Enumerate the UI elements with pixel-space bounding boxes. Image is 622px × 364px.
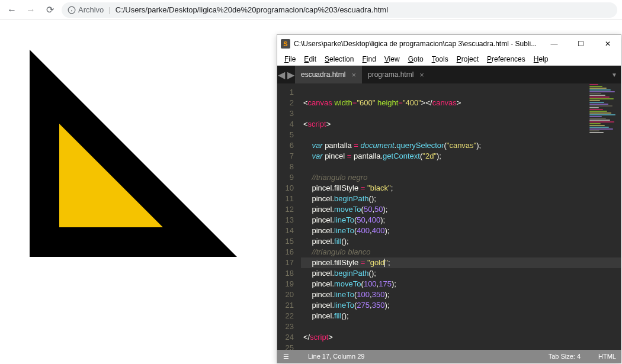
code-line-8[interactable]	[301, 162, 621, 172]
tab-overflow-icon[interactable]: ▼	[611, 66, 617, 83]
code-line-13[interactable]: pincel.lineTo(50,400);	[301, 215, 621, 226]
menu-bar: FileEditSelectionFindViewGotoToolsProjec…	[277, 53, 621, 66]
menu-view[interactable]: View	[381, 54, 403, 65]
code-line-23[interactable]	[301, 321, 621, 332]
menu-preferences[interactable]: Preferences	[483, 54, 529, 65]
tab-close-icon[interactable]: ×	[419, 70, 424, 79]
tab-size[interactable]: Tab Size: 4	[549, 353, 581, 360]
address-bar[interactable]: Archivo | C:/Users/parke/Desktop/ligica%…	[62, 2, 617, 18]
reload-button[interactable]: ⟳	[43, 3, 57, 17]
menu-find[interactable]: Find	[358, 54, 379, 65]
browser-toolbar: ← → ⟳ Archivo | C:/Users/parke/Desktop/l…	[0, 0, 622, 20]
tab-programa-html[interactable]: programa.html×	[362, 66, 430, 83]
tab-label: escuadra.html	[301, 70, 345, 79]
editor-area[interactable]: 1234567891011121314151617181920212223242…	[277, 83, 621, 350]
maximize-button[interactable]: ☐	[568, 35, 594, 53]
tab-next-icon[interactable]: ▶	[287, 69, 294, 80]
code-line-1[interactable]	[301, 87, 621, 98]
code-line-19[interactable]: pincel.moveTo(100,175);	[301, 279, 621, 289]
menu-tools[interactable]: Tools	[428, 54, 452, 65]
code-line-24[interactable]: </script>	[301, 332, 621, 343]
code-line-6[interactable]: var pantalla = document.querySelector("c…	[301, 140, 621, 151]
app-icon: S	[281, 39, 290, 49]
window-titlebar[interactable]: S C:\Users\parke\Desktop\ligica de progr…	[277, 35, 621, 53]
tab-bar: ◀ ▶ escuadra.html×programa.html× ▼	[277, 66, 621, 83]
code-line-7[interactable]: var pincel = pantalla.getContext("2d");	[301, 151, 621, 162]
menu-project[interactable]: Project	[453, 54, 482, 65]
code-line-4[interactable]: <script>	[301, 119, 621, 130]
code-line-10[interactable]: pincel.fillStyle = "black";	[301, 183, 621, 194]
window-title: C:\Users\parke\Desktop\ligica de program…	[294, 40, 541, 48]
tab-close-icon[interactable]: ×	[351, 70, 356, 79]
site-info-label: Archivo	[78, 5, 104, 14]
code-line-21[interactable]: pincel.lineTo(275,350);	[301, 300, 621, 311]
code-line-11[interactable]: pincel.beginPath();	[301, 194, 621, 204]
tab-history-arrows[interactable]: ◀ ▶	[277, 66, 295, 83]
tab-prev-icon[interactable]: ◀	[278, 69, 285, 80]
code-line-22[interactable]: pincel.fill();	[301, 311, 621, 321]
code-line-15[interactable]: pincel.fill();	[301, 236, 621, 247]
cursor-position: Line 17, Column 29	[308, 353, 364, 360]
status-menu-icon[interactable]: ☰	[282, 353, 290, 360]
code-line-5[interactable]	[301, 130, 621, 140]
tab-label: programa.html	[368, 70, 413, 79]
back-button[interactable]: ←	[5, 3, 19, 17]
forward-button[interactable]: →	[24, 3, 38, 17]
code-line-16[interactable]: //triangulo blanco	[301, 247, 621, 257]
code-line-12[interactable]: pincel.moveTo(50,50);	[301, 204, 621, 215]
menu-goto[interactable]: Goto	[405, 54, 427, 65]
code-line-17[interactable]: pincel.fillStyle = "gold";	[301, 257, 621, 268]
menu-selection[interactable]: Selection	[321, 54, 357, 65]
site-info-icon[interactable]: Archivo	[68, 5, 104, 14]
line-number-gutter: 1234567891011121314151617181920212223242…	[277, 83, 297, 350]
code-line-25[interactable]	[301, 343, 621, 350]
code-line-20[interactable]: pincel.lineTo(100,350);	[301, 289, 621, 300]
close-button[interactable]: ✕	[594, 35, 621, 53]
menu-file[interactable]: File	[281, 54, 299, 65]
sublime-window: S C:\Users\parke\Desktop\ligica de progr…	[277, 34, 621, 363]
code-line-14[interactable]: pincel.lineTo(400,400);	[301, 226, 621, 236]
minimap[interactable]	[588, 83, 621, 350]
code-line-18[interactable]: pincel.beginPath();	[301, 268, 621, 279]
syntax-mode[interactable]: HTML	[598, 353, 616, 360]
code-line-9[interactable]: //triangulo negro	[301, 172, 621, 183]
menu-help[interactable]: Help	[530, 54, 552, 65]
code-line-3[interactable]	[301, 108, 621, 119]
tab-escuadra-html[interactable]: escuadra.html×	[295, 66, 362, 83]
url-text: C:/Users/parke/Desktop/ligica%20de%20pro…	[116, 5, 388, 14]
status-bar: ☰ Line 17, Column 29 Tab Size: 4 HTML	[277, 350, 621, 363]
menu-edit[interactable]: Edit	[300, 54, 320, 65]
minimize-button[interactable]: ―	[541, 35, 568, 53]
code-content[interactable]: <canvas width="600" height="400"></canva…	[297, 83, 621, 350]
code-line-2[interactable]: <canvas width="600" height="400"></canva…	[301, 98, 621, 108]
